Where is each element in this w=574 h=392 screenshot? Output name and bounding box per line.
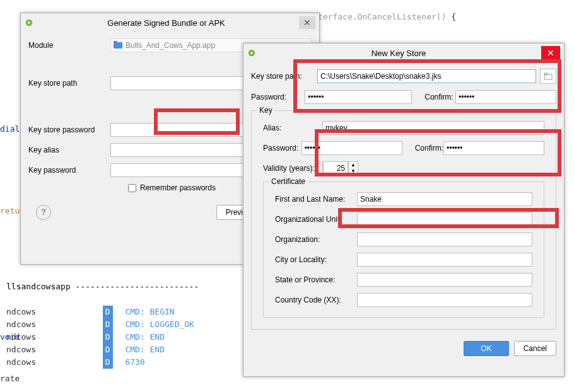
city-input[interactable] bbox=[357, 253, 532, 267]
alias-label: Alias: bbox=[263, 124, 322, 132]
organization-label: Organization: bbox=[275, 235, 357, 244]
validity-label: Validity (years): bbox=[263, 164, 322, 173]
module-label: Module bbox=[28, 41, 110, 50]
certificate-section-label: Certificate bbox=[269, 177, 308, 186]
key-confirm-label: Confirm: bbox=[415, 144, 443, 153]
cancel-button[interactable]: Cancel bbox=[514, 341, 556, 356]
console-output: llsandcowsapp ------------------------- … bbox=[0, 280, 205, 369]
folder-browse-icon[interactable] bbox=[540, 69, 556, 84]
org-unit-label: Organizational Unit: bbox=[275, 215, 357, 224]
dialog1-title: Generate Signed Bundle or APK bbox=[33, 18, 299, 28]
spinner-up-icon[interactable]: ▲ bbox=[349, 162, 358, 168]
console-header: llsandcowsapp ------------------------- bbox=[6, 280, 199, 293]
first-last-label: First and Last Name: bbox=[275, 195, 357, 204]
validity-spinner[interactable]: ▲ ▼ bbox=[322, 161, 358, 175]
console-line: ndcows D CMD: BEGIN bbox=[6, 306, 199, 318]
d2-confirm-label: Confirm: bbox=[425, 93, 455, 101]
ok-button[interactable]: OK bbox=[464, 341, 508, 356]
android-studio-icon bbox=[25, 18, 33, 27]
org-unit-input[interactable] bbox=[357, 212, 532, 226]
d2-password-label: Password: bbox=[251, 93, 305, 101]
country-input[interactable] bbox=[357, 293, 532, 307]
d2-password-input[interactable] bbox=[305, 90, 412, 104]
dialog2-title: New Key Store bbox=[256, 49, 541, 58]
key-password-label: Password: bbox=[263, 144, 302, 153]
country-label: Country Code (XX): bbox=[275, 296, 357, 304]
keystorepwd-label: Key store password bbox=[28, 125, 110, 134]
svg-point-5 bbox=[250, 52, 253, 54]
console-line: ndcows D CMD: END bbox=[6, 331, 199, 343]
svg-point-1 bbox=[28, 21, 30, 24]
state-label: State or Province: bbox=[275, 275, 357, 284]
svg-rect-2 bbox=[114, 42, 122, 49]
keyalias-label: Key alias bbox=[28, 146, 110, 154]
module-icon bbox=[114, 41, 122, 50]
alias-input[interactable] bbox=[322, 121, 544, 135]
remember-passwords-checkbox[interactable] bbox=[128, 184, 136, 192]
city-label: City or Locality: bbox=[275, 255, 357, 264]
android-studio-icon bbox=[247, 49, 256, 57]
console-line: ndcows D CMD: LOGGED_OK bbox=[6, 318, 199, 331]
d2-confirm-input[interactable] bbox=[455, 90, 556, 104]
code-fragment-rate: rate bbox=[0, 372, 20, 386]
keypwd-label: Key password bbox=[28, 166, 110, 175]
dialog2-titlebar[interactable]: New Key Store ✕ bbox=[243, 43, 564, 62]
module-value: Bulls_And_Cows_App.app bbox=[126, 41, 215, 50]
key-confirm-input[interactable] bbox=[443, 141, 544, 155]
keystorepath-label: Key store path bbox=[28, 79, 110, 88]
d2-keystorepath-label: Key store path: bbox=[251, 72, 317, 81]
console-line: ndcows D 6730 bbox=[6, 356, 199, 369]
svg-rect-3 bbox=[114, 41, 117, 43]
state-input[interactable] bbox=[357, 273, 532, 287]
key-password-input[interactable] bbox=[302, 141, 402, 155]
help-button[interactable]: ? bbox=[36, 205, 51, 220]
organization-input[interactable] bbox=[357, 233, 532, 246]
dialog1-titlebar[interactable]: Generate Signed Bundle or APK ✕ bbox=[21, 13, 319, 32]
code-fragment-retu: retu bbox=[0, 204, 20, 218]
new-keystore-dialog: New Key Store ✕ Key store path: Password… bbox=[243, 43, 565, 377]
spinner-down-icon[interactable]: ▼ bbox=[349, 168, 358, 175]
d2-keystorepath-input[interactable] bbox=[317, 69, 536, 83]
code-fragment-dial: dial bbox=[0, 122, 20, 136]
first-last-input[interactable] bbox=[357, 192, 532, 206]
close-icon[interactable]: ✕ bbox=[541, 46, 560, 60]
console-line: ndcows D CMD: END bbox=[6, 343, 199, 356]
key-section-label: Key bbox=[257, 106, 275, 115]
remember-passwords-label: Remember passwords bbox=[140, 183, 216, 192]
close-icon[interactable]: ✕ bbox=[299, 16, 315, 29]
